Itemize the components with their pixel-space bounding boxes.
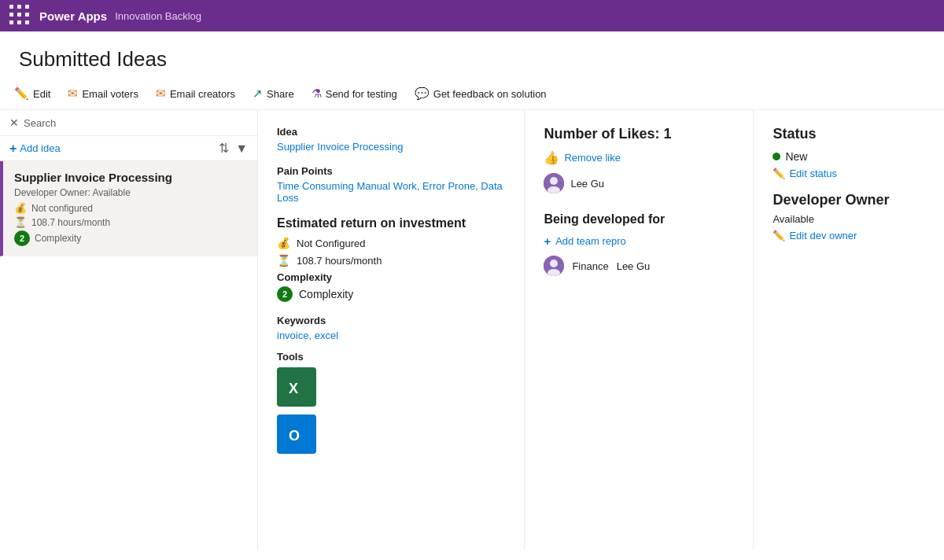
status-dot (773, 153, 780, 160)
email-creators-icon: ✉ (156, 87, 166, 101)
dev-owner-heading: Developer Owner (773, 192, 925, 208)
not-configured-row: 💰 Not configured (14, 202, 246, 214)
excel-tool-icon: X (277, 367, 316, 407)
edit-button[interactable]: ✏️ Edit (6, 83, 58, 105)
list-item-subtitle: Developer Owner: Available (14, 187, 246, 198)
likes-heading: Number of Likes: 1 (544, 126, 734, 142)
status-heading: Status (773, 126, 925, 142)
outlook-tool-icon: O (277, 414, 316, 454)
status-row: New (773, 150, 925, 163)
close-search-icon[interactable]: ✕ (9, 116, 19, 129)
filter-button[interactable]: ▼ (235, 142, 248, 156)
add-team-button[interactable]: + Add team repro (544, 234, 734, 248)
edit-status-link[interactable]: ✏️ Edit status (773, 168, 925, 179)
email-voters-icon: ✉ (68, 87, 78, 101)
page-title: Submitted Ideas (19, 47, 925, 72)
keywords-value[interactable]: invoice, excel (277, 330, 505, 341)
hourglass-icon2: ⏳ (277, 254, 290, 267)
hours-row: ⏳ 108.7 hours/month (14, 216, 246, 228)
keywords-label: Keywords (277, 315, 505, 326)
sort-button[interactable]: ⇅ (219, 141, 229, 156)
waffle-menu-icon[interactable] (9, 5, 31, 27)
complexity-row-detail: 2 Complexity (277, 286, 505, 302)
feedback-icon: 💬 (415, 87, 430, 101)
list-item[interactable]: Supplier Invoice Processing Developer Ow… (0, 161, 257, 256)
app-name: Innovation Backlog (115, 10, 201, 22)
edit-dev-owner-link[interactable]: ✏️ Edit dev owner (773, 230, 925, 241)
team-avatar (544, 256, 564, 276)
brand-name: Power Apps (39, 9, 107, 23)
complexity-row: 2 Complexity (14, 230, 246, 246)
list-item-meta: 💰 Not configured ⏳ 108.7 hours/month 2 C… (14, 202, 246, 246)
dev-owner-value: Available (773, 213, 925, 225)
action-toolbar: ✏️ Edit ✉ Email voters ✉ Email creators … (0, 78, 944, 110)
team-dept: Finance (572, 260, 608, 272)
sidebar-actions-bar: + Add idea ⇅ ▼ (0, 136, 257, 161)
complexity-badge-detail: 2 (277, 286, 293, 302)
thumbs-up-icon: 👍 (544, 150, 559, 165)
money-icon2: 💰 (277, 237, 290, 249)
roi-label: Estimated return on investment (277, 216, 505, 230)
search-label: Search (24, 117, 56, 129)
hourglass-icon: ⏳ (14, 216, 27, 228)
flask-icon: ⚗ (312, 87, 322, 101)
page-header: Submitted Ideas (0, 31, 944, 78)
list-item-title: Supplier Invoice Processing (14, 171, 246, 184)
email-creators-button[interactable]: ✉ Email creators (148, 83, 243, 105)
complexity-label: Complexity (277, 271, 505, 283)
add-idea-button[interactable]: + Add idea (9, 142, 212, 156)
svg-point-8 (550, 260, 558, 267)
being-developed-heading: Being developed for (544, 212, 734, 227)
send-for-testing-button[interactable]: ⚗ Send for testing (304, 83, 405, 105)
edit-status-icon: ✏️ (773, 168, 785, 179)
idea-label: Idea (277, 126, 505, 138)
share-icon: ↗ (253, 87, 263, 101)
stats-column: Number of Likes: 1 👍 Remove like Lee Gu … (525, 110, 754, 550)
email-voters-button[interactable]: ✉ Email voters (60, 83, 146, 105)
team-entry: Finance Lee Gu (544, 256, 734, 276)
pain-points-value: Time Consuming Manual Work, Error Prone,… (277, 180, 505, 204)
roi-hours: ⏳ 108.7 hours/month (277, 254, 505, 267)
main-content: Idea Supplier Invoice Processing Pain Po… (258, 110, 944, 550)
status-value: New (785, 150, 807, 163)
svg-text:O: O (289, 428, 300, 444)
svg-text:X: X (289, 381, 298, 396)
being-developed-section: Being developed for + Add team repro Fin… (544, 212, 734, 276)
complexity-section: Complexity 2 Complexity (277, 271, 505, 302)
sidebar: ✕ Search + Add idea ⇅ ▼ Supplier Invoice… (0, 110, 258, 550)
get-feedback-button[interactable]: 💬 Get feedback on solution (407, 83, 555, 105)
complexity-badge: 2 (14, 230, 30, 246)
content-area: ✕ Search + Add idea ⇅ ▼ Supplier Invoice… (0, 110, 944, 550)
sidebar-search-bar: ✕ Search (0, 110, 257, 136)
plus-icon2: + (544, 234, 551, 248)
svg-point-5 (550, 177, 558, 185)
user-row: Lee Gu (544, 173, 734, 193)
team-person: Lee Gu (617, 260, 651, 272)
detail-column: Idea Supplier Invoice Processing Pain Po… (258, 110, 525, 550)
roi-not-configured: 💰 Not Configured (277, 237, 505, 249)
money-icon: 💰 (14, 202, 27, 214)
avatar (544, 173, 564, 193)
pain-points-label: Pain Points (277, 165, 505, 177)
edit-icon: ✏️ (14, 87, 29, 101)
remove-like-button[interactable]: 👍 Remove like (544, 150, 734, 165)
plus-icon: + (9, 142, 17, 156)
edit-dev-owner-icon: ✏️ (773, 230, 785, 241)
top-navigation: Power Apps Innovation Backlog (0, 0, 944, 31)
share-button[interactable]: ↗ Share (245, 83, 302, 105)
tools-label: Tools (277, 351, 505, 363)
user-name: Lee Gu (570, 178, 604, 190)
idea-value[interactable]: Supplier Invoice Processing (277, 141, 505, 153)
tools-section: Tools X O (277, 351, 505, 458)
status-column: Status New ✏️ Edit status Developer Owne… (754, 110, 944, 550)
